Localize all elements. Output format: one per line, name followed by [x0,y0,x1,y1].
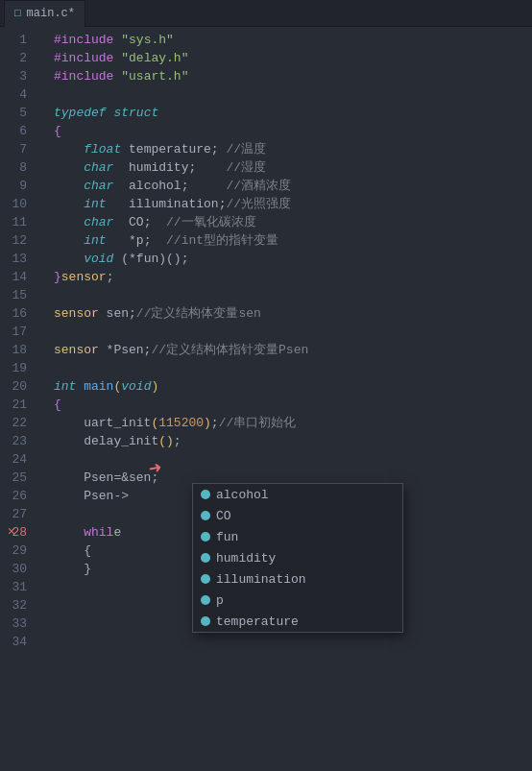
line-num-32: 32 [0,596,31,614]
code-token: ; [211,416,219,430]
code-token: sensor [54,306,99,321]
code-token: char [84,179,113,193]
tab-label: main.c* [27,7,75,20]
line-num-34: 34 [0,633,31,651]
ac-member-icon [201,532,210,542]
autocomplete-dropdown[interactable]: alcoholCOfunhumidityilluminationptempera… [192,483,403,633]
error-x-marker: ✕ [8,523,15,539]
code-token: ) [151,379,158,394]
code-token [54,215,84,229]
code-token: CO; [113,215,166,229]
line-num-15: 15 [0,286,31,304]
ac-item-label: CO [216,509,231,523]
line-num-3: 3 [0,67,31,85]
line-num-13: 13 [0,250,31,268]
code-line-21: { [54,396,532,414]
code-line-11: char CO; //一氧化碳浓度 [54,213,532,231]
ac-member-icon [201,511,210,520]
code-line-34 [54,633,532,651]
code-token: int [54,379,76,394]
code-token: { [54,124,61,138]
code-token: ) [204,416,211,430]
code-token: temperature; [121,142,226,157]
code-token: #include [54,33,113,47]
code-token: illumination; [107,197,227,211]
code-token: } [54,562,91,576]
code-line-1: #include "sys.h" [54,31,532,49]
code-token: humidity; [113,160,226,175]
code-token: *Psen; [99,343,152,357]
code-token: sensor [61,270,107,284]
code-line-5: typedef struct [54,104,532,122]
code-token: struct [113,106,158,120]
line-num-5: 5 [0,104,31,122]
autocomplete-item-fun[interactable]: fun [193,526,402,547]
code-token: alcohol; [113,179,226,193]
code-line-6: { [54,122,532,140]
code-token: ; [174,434,181,448]
line-num-23: 23 [0,432,31,450]
code-token: #include [54,51,113,65]
line-num-31: 31 [0,578,31,596]
code-token: //串口初始化 [219,416,297,430]
line-num-2: 2 [0,49,31,67]
line-num-1: 1 [0,31,31,49]
tab-main-c[interactable]: □ main.c* [4,0,85,27]
gutter: ✕ [36,27,50,771]
code-line-24 [54,450,532,469]
code-token: Psen-> [54,489,129,503]
code-token: int [84,233,106,248]
line-num-30: 30 [0,560,31,578]
code-line-17 [54,323,532,341]
code-token: "usart.h" [121,69,188,84]
code-token: //酒精浓度 [226,179,291,193]
code-token: uart_init [54,416,151,430]
code-line-23: delay_init(); [54,432,532,450]
code-token: whil [84,525,113,540]
code-token [54,160,84,175]
ac-member-icon [201,553,210,563]
code-token: float [84,142,121,157]
line-numbers: 1234567891011121314151617181920212223242… [0,27,36,771]
autocomplete-item-temperature[interactable]: temperature [193,611,402,632]
code-token: #include [54,69,113,84]
code-token: main [84,379,113,394]
ac-item-label: illumination [216,572,306,587]
ac-item-label: p [216,593,224,608]
code-line-18: sensor *Psen;//定义结构体指针变量Psen [54,341,532,359]
ac-member-icon [201,595,210,605]
line-num-27: 27 [0,505,31,523]
code-token: 115200 [158,416,204,430]
code-line-20: int main(void) [54,377,532,396]
ac-item-label: temperature [216,614,299,629]
line-num-28: 28 [0,523,31,542]
code-line-13: void (*fun)(); [54,250,532,268]
autocomplete-item-alcohol[interactable]: alcohol [193,484,402,505]
ac-item-label: alcohol [216,488,269,502]
code-token [54,179,84,193]
autocomplete-item-illumination[interactable]: illumination [193,568,402,590]
tab-bar: □ main.c* [0,0,532,27]
autocomplete-item-p[interactable]: p [193,590,402,611]
ac-member-icon [201,490,210,499]
code-token: //湿度 [226,160,266,175]
autocomplete-item-CO[interactable]: CO [193,505,402,526]
code-content[interactable]: #include "sys.h"#include "delay.h"#inclu… [50,27,532,771]
code-token: //定义结构体变量sen [136,306,261,321]
autocomplete-item-humidity[interactable]: humidity [193,547,402,568]
code-line-4 [54,85,532,104]
line-num-12: 12 [0,231,31,250]
code-token [54,233,84,248]
code-token: { [54,398,61,412]
line-num-19: 19 [0,359,31,377]
code-line-7: float temperature; //温度 [54,140,532,158]
code-line-3: #include "usart.h" [54,67,532,85]
code-line-8: char humidity; //湿度 [54,158,532,177]
code-line-10: int illumination;//光照强度 [54,195,532,213]
ac-item-label: humidity [216,551,276,566]
line-num-33: 33 [0,614,31,633]
line-num-29: 29 [0,542,31,560]
code-token: *p; [107,233,166,248]
code-token [54,197,84,211]
code-token: char [84,215,113,229]
